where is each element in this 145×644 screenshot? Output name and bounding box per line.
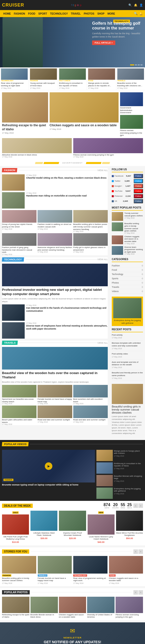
photo-item-4[interactable]: Fitness woman exercising jumping in the … <box>116 597 143 618</box>
nav-bell-icon[interactable]: 🔔 <box>139 12 143 15</box>
fashion-sub-2[interactable]: Beautiful smiling girls in fashion poses… <box>73 210 108 232</box>
featured-bottom-1[interactable]: Fitness woman exercising jumping in the … <box>73 138 143 158</box>
travel-sub-3[interactable]: Beach palm silhouettes and water waves 1… <box>2 406 37 425</box>
header-pinterest-icon[interactable]: p <box>80 4 82 7</box>
travel-sub-5[interactable]: Road and lake and summer sunlight 17 May… <box>73 406 108 425</box>
travel-sub-2[interactable]: Best sunshine visit with excellent trave… <box>73 385 108 405</box>
nav-home[interactable]: HOME <box>2 12 12 15</box>
photos-prev-button[interactable]: ‹ <box>133 590 138 595</box>
fashion-sub-5[interactable]: Pretty girl in stylish glasses stares in… <box>73 233 108 255</box>
popular-item-0[interactable]: Trendy summer casual gears clothes 17 Ma… <box>112 212 143 221</box>
play-button[interactable] <box>45 462 52 470</box>
technology-sub-0[interactable]: 17 May 2016 Iran internet world in the h… <box>2 304 108 321</box>
popular-item-3[interactable]: Diverse team programmer working at night… <box>112 246 143 255</box>
deal-item-4[interactable]: Black Mirror Full Rim Acumba Sunglasses … <box>116 511 143 543</box>
follow-yt-button[interactable]: Follow <box>134 189 143 193</box>
cat-item-6[interactable]: Videos 0 <box>112 289 143 294</box>
cat-item-5[interactable]: Travels 0 <box>112 285 143 289</box>
thumbstrip-item-2[interactable]: FACT CHECK Einführung & consultant in th… <box>58 67 87 90</box>
nav-more[interactable]: MORE <box>106 12 116 15</box>
nav-food[interactable]: FOOD <box>27 12 37 15</box>
travel-sub-0[interactable]: Spend best our beautiful sea ocean nearb… <box>2 385 37 405</box>
photo-item-0[interactable]: Refreshing escape to the quiet of Idaho <box>2 597 29 618</box>
nav-photos[interactable]: PHOTOS <box>83 12 96 15</box>
recent-post-0[interactable]: Post activity 17 May 2016 <box>112 334 143 340</box>
featured-bottom-0[interactable]: Attractive blonde woman in black dress 1… <box>2 138 72 158</box>
hero-dot-2[interactable] <box>135 64 137 65</box>
featured-side-0[interactable]: Government Administrates Government <box>120 92 143 114</box>
follow-tw-button[interactable]: Follow <box>134 179 143 183</box>
thumbstrip-item-1[interactable]: FASHION Young woman with bouquet of fres… <box>29 67 58 90</box>
nav-technology[interactable]: TECHNOLOGY <box>49 12 69 15</box>
cat-item-1[interactable]: Food 0 <box>112 268 143 272</box>
fashion-view-all[interactable]: VIEW ALL <box>97 169 108 172</box>
fashion-sub-4[interactable]: Awesome elegance and luxury fashion pins… <box>38 233 72 255</box>
story-item-2[interactable]: TECHNOLOGY Rear view of programmer worki… <box>73 556 107 584</box>
video-side-1[interactable]: Einführung & consultant in the republic … <box>96 462 143 474</box>
travel-sub-1[interactable]: Female tourists on hand have a happy tra… <box>38 385 72 405</box>
deal-item-2[interactable]: Imperia Cream Proof Mountain Notebook $2… <box>59 511 86 543</box>
thumbstrip-item-4[interactable]: TRAVELS Beautiful scene of the traveling… <box>116 67 145 90</box>
recent-post-1[interactable]: Biomass template with unlimited colors a… <box>112 342 143 351</box>
hero-dot-4[interactable] <box>140 64 142 65</box>
header-gplus-icon[interactable]: g <box>75 4 76 7</box>
nav-shop[interactable]: SHOP <box>96 12 106 15</box>
photo-item-1[interactable]: Brunette Blonde woman in black dress <box>30 597 58 618</box>
nav-sport[interactable]: SPORT <box>37 12 48 15</box>
header-instagram-icon[interactable]: in <box>77 4 79 7</box>
header-twitter-icon[interactable]: t <box>73 4 74 7</box>
cat-item-2[interactable]: Technology 0 <box>112 272 143 276</box>
recent-post-3[interactable]: Axes and template and lots of distance o… <box>112 361 143 370</box>
cat-item-3[interactable]: Sports 0 <box>112 276 143 281</box>
video-main-item[interactable]: FASHION Brunette woman typing email on l… <box>2 450 95 499</box>
video-side-2[interactable]: Beautiful Woman with shopping bags 17 Ma… <box>96 475 143 486</box>
fashion-sub-1[interactable]: Fashion model in walking on street as mo… <box>38 210 72 232</box>
story-item-0[interactable]: FASHION Beautiful smiling girls in trend… <box>2 556 36 584</box>
hero-read-more-button[interactable]: FULL ARTICLE » <box>92 41 115 45</box>
stories-prev-button[interactable]: ‹ <box>133 549 138 554</box>
stories-next-button[interactable]: › <box>138 549 143 554</box>
travel-sub-4[interactable]: Road and lake and summer sunlight 17 May… <box>38 406 72 425</box>
photos-next-button[interactable]: › <box>138 590 143 595</box>
technology-sub-1[interactable]: 17 May 2016 Diverse team of employees ha… <box>2 322 108 339</box>
featured-side-1[interactable]: Fitness woman exercising jumping in the … <box>120 115 143 137</box>
deal-item-3[interactable]: NEW Louie Name Women's grey Clutch Noteb… <box>88 511 115 543</box>
user-icon[interactable]: 👤 <box>139 4 143 7</box>
travel-view-all[interactable]: VIEW ALL <box>97 342 108 344</box>
nav-fashion[interactable]: FASHION <box>13 12 26 15</box>
thumbstrip-item-0[interactable]: TECHNOLOGY Rear view of programmer worki… <box>0 67 29 90</box>
recent-post-2[interactable]: Post activity video 17 May 2016 <box>112 353 143 359</box>
follow-fb-button[interactable]: Follow <box>134 174 143 178</box>
hero-dot-3[interactable] <box>138 64 140 65</box>
fashion-sub-0[interactable]: Group of young two stylish friends posin… <box>2 210 37 232</box>
featured-main-article[interactable]: Refreshing escape to the quiet of Idaho … <box>2 92 48 137</box>
photo-item-3[interactable]: Diversity of United States of America <box>87 597 115 618</box>
deals-next-button[interactable]: › <box>138 503 143 508</box>
popular-item-1[interactable]: Beautiful smiling girls in trendy summer… <box>112 222 143 234</box>
follow-gp-button[interactable]: Follow <box>134 184 143 188</box>
thumbstrip-item-3[interactable]: FOOD Mange pesto in remote places in the… <box>87 67 116 90</box>
featured-food-article[interactable]: Chicken nuggets and sauce on a wooden ta… <box>50 92 119 137</box>
video-side-0[interactable]: Mange pasta to hungry place with chicken… <box>96 450 143 461</box>
search-icon[interactable]: 🔍 <box>128 4 132 7</box>
technology-view-all[interactable]: VIEW ALL <box>97 258 108 261</box>
story-item-3[interactable]: FOOD Chicken nuggets and sauce on a wood… <box>109 556 143 584</box>
cat-item-4[interactable]: Photos 0 <box>112 281 143 285</box>
fashion-sub-3[interactable]: Fashion portrait of gang gang handsome m… <box>2 233 37 255</box>
popular-item-2[interactable]: Chicken nuggets and sauce on a wooden ta… <box>112 235 143 245</box>
deal-item-0[interactable]: SALE Silk Panel Full Length Prab Mulberr… <box>2 511 29 543</box>
photo-item-2[interactable]: Chicken nuggets and sauce on a wooden ta… <box>59 597 86 618</box>
deals-prev-button[interactable]: ‹ <box>133 503 138 508</box>
bell-icon[interactable]: 🔔 <box>134 4 137 7</box>
deal-item-1[interactable]: Lifestyle Stainless Steel Flask, Noteboo… <box>30 511 57 543</box>
cat-item-0[interactable]: Fashion 0 <box>112 264 143 268</box>
header-facebook-icon[interactable]: f <box>71 4 72 7</box>
follow-pi-button[interactable]: Follow <box>134 194 143 198</box>
story-item-1[interactable]: TRAVELS Female tourists on hand have a h… <box>38 556 72 584</box>
nav-search-icon[interactable]: 🔍 <box>134 12 138 15</box>
video-side-3[interactable]: Endorphins during the jogging with girlf… <box>96 488 143 499</box>
hero-dot-active[interactable] <box>130 64 134 65</box>
follow-vk-button[interactable]: Follow <box>134 199 143 203</box>
recent-post-4[interactable]: Beautiful and friendly person in the sam… <box>112 372 143 381</box>
nav-travel[interactable]: TRAVEL <box>69 12 82 15</box>
